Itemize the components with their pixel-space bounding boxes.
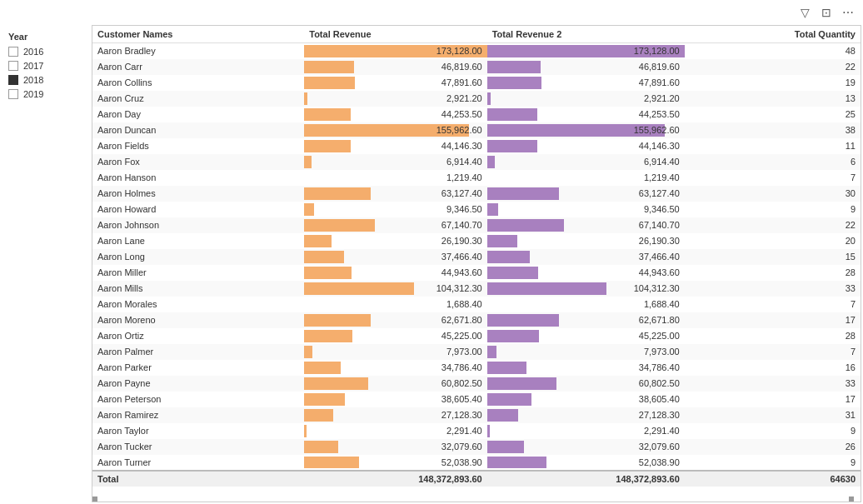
table-row: Aaron Ramirez27,128.3027,128.3031 <box>92 407 861 423</box>
layout-icon[interactable]: ⊡ <box>818 4 835 21</box>
customer-name: Aaron Hanson <box>92 170 304 186</box>
customer-name: Aaron Parker <box>92 360 304 376</box>
table-row: Aaron Payne60,802.5060,802.5033 <box>92 376 861 392</box>
total-quantity-cell: 7 <box>685 170 861 186</box>
total-revenue-cell: 44,253.50 <box>304 107 486 122</box>
col-header-total-quantity: Total Quantity <box>685 26 861 43</box>
table-row: Aaron Moreno62,671.8062,671.8017 <box>92 312 861 328</box>
total-revenue2-cell: 52,038.90 <box>487 455 685 471</box>
total-revenue-cell: 9,346.50 <box>304 202 486 217</box>
customer-name: Aaron Carr <box>92 59 304 75</box>
customer-name: Aaron Lane <box>92 233 304 249</box>
total-revenue2-cell: 32,079.60 <box>487 439 685 455</box>
total-quantity-cell: 48 <box>685 43 861 59</box>
total-quantity-cell: 17 <box>685 392 861 407</box>
table-row: Aaron Morales1,688.401,688.407 <box>92 297 861 312</box>
total-quantity-cell: 9 <box>685 423 861 439</box>
total-quantity-cell: 30 <box>685 186 861 202</box>
table-row: Aaron Johnson67,140.7067,140.7022 <box>92 217 861 233</box>
checkbox-2019[interactable] <box>8 89 18 99</box>
footer-label: Total <box>92 471 304 487</box>
col-header-total-revenue: Total Revenue <box>304 26 486 43</box>
total-quantity-cell: 7 <box>685 297 861 312</box>
table-row: Aaron Ortiz45,225.0045,225.0028 <box>92 328 861 344</box>
customer-name: Aaron Cruz <box>92 91 304 107</box>
total-revenue2-cell: 26,190.30 <box>487 233 685 249</box>
total-quantity-cell: 31 <box>685 407 861 423</box>
table-row: Aaron Tucker32,079.6032,079.6026 <box>92 439 861 455</box>
total-quantity-cell: 33 <box>685 376 861 392</box>
total-revenue-cell: 32,079.60 <box>304 439 486 455</box>
customer-name: Aaron Holmes <box>92 186 304 202</box>
table-row: Aaron Bradley173,128.00173,128.0048 <box>92 43 861 59</box>
year-label-2018: 2018 <box>23 75 43 85</box>
footer-qty: 64630 <box>685 471 861 487</box>
content-area: Year 2016201720182019 Customer NamesTota… <box>0 25 863 504</box>
total-revenue-cell: 7,973.00 <box>304 344 486 360</box>
total-quantity-cell: 26 <box>685 439 861 455</box>
footer-revenue2: 148,372,893.60 <box>487 471 685 487</box>
customer-name: Aaron Fox <box>92 154 304 170</box>
table-wrapper[interactable]: Customer NamesTotal RevenueTotal Revenue… <box>92 26 861 502</box>
total-revenue2-cell: 2,921.20 <box>487 91 685 107</box>
total-quantity-cell: 13 <box>685 91 861 107</box>
total-revenue2-cell: 1,688.40 <box>487 297 685 312</box>
table-row: Aaron Cruz2,921.202,921.2013 <box>92 91 861 107</box>
total-revenue-cell: 37,466.40 <box>304 249 486 265</box>
total-revenue2-cell: 104,312.30 <box>487 281 685 297</box>
sidebar-item-2019[interactable]: 2019 <box>8 89 83 99</box>
total-revenue2-cell: 7,973.00 <box>487 344 685 360</box>
total-revenue-cell: 27,128.30 <box>304 407 486 423</box>
customer-name: Aaron Ramirez <box>92 407 304 423</box>
total-revenue-cell: 2,291.40 <box>304 423 486 439</box>
total-quantity-cell: 16 <box>685 360 861 376</box>
total-quantity-cell: 9 <box>685 455 861 471</box>
table-row: Aaron Holmes63,127.4063,127.4030 <box>92 186 861 202</box>
filter-icon[interactable]: ▽ <box>796 4 813 21</box>
checkbox-2018[interactable] <box>8 75 18 85</box>
table-row: Aaron Lane26,190.3026,190.3020 <box>92 233 861 249</box>
customer-name: Aaron Taylor <box>92 423 304 439</box>
customer-name: Aaron Collins <box>92 75 304 91</box>
table-row: Aaron Long37,466.4037,466.4015 <box>92 249 861 265</box>
customer-name: Aaron Day <box>92 107 304 122</box>
total-revenue2-cell: 173,128.00 <box>487 43 685 59</box>
total-quantity-cell: 25 <box>685 107 861 122</box>
col-header-total-revenue-2: Total Revenue 2 <box>487 26 685 43</box>
total-quantity-cell: 7 <box>685 344 861 360</box>
table-row: Aaron Hanson1,219.401,219.407 <box>92 170 861 186</box>
sidebar-item-2017[interactable]: 2017 <box>8 61 83 71</box>
sidebar: Year 2016201720182019 <box>0 25 92 504</box>
customer-name: Aaron Bradley <box>92 43 304 59</box>
total-revenue-cell: 104,312.30 <box>304 281 486 297</box>
total-revenue2-cell: 34,786.40 <box>487 360 685 376</box>
customer-name: Aaron Howard <box>92 202 304 217</box>
table-row: Aaron Peterson38,605.4038,605.4017 <box>92 392 861 407</box>
checkbox-2016[interactable] <box>8 47 18 57</box>
total-revenue-cell: 34,786.40 <box>304 360 486 376</box>
customer-name: Aaron Morales <box>92 297 304 312</box>
total-quantity-cell: 17 <box>685 312 861 328</box>
main-container: ▽ ⊡ ⋯ Year 2016201720182019 Customer Nam… <box>0 0 863 504</box>
total-revenue-cell: 67,140.70 <box>304 217 486 233</box>
total-revenue2-cell: 44,146.30 <box>487 138 685 154</box>
total-revenue-cell: 44,146.30 <box>304 138 486 154</box>
customer-name: Aaron Johnson <box>92 217 304 233</box>
table-row: Aaron Taylor2,291.402,291.409 <box>92 423 861 439</box>
more-icon[interactable]: ⋯ <box>840 4 856 21</box>
total-quantity-cell: 38 <box>685 122 861 138</box>
total-revenue2-cell: 44,253.50 <box>487 107 685 122</box>
total-revenue-cell: 60,802.50 <box>304 376 486 392</box>
sidebar-item-2018[interactable]: 2018 <box>8 75 83 85</box>
sidebar-item-2016[interactable]: 2016 <box>8 47 83 57</box>
table-row: Aaron Fox6,914.406,914.406 <box>92 154 861 170</box>
table-row: Aaron Day44,253.5044,253.5025 <box>92 107 861 122</box>
checkbox-2017[interactable] <box>8 61 18 71</box>
total-revenue2-cell: 67,140.70 <box>487 217 685 233</box>
table-row: Aaron Miller44,943.6044,943.6028 <box>92 265 861 281</box>
customer-name: Aaron Long <box>92 249 304 265</box>
total-revenue-cell: 155,962.60 <box>304 122 486 138</box>
total-revenue2-cell: 60,802.50 <box>487 376 685 392</box>
table-row: Aaron Palmer7,973.007,973.007 <box>92 344 861 360</box>
total-revenue-cell: 26,190.30 <box>304 233 486 249</box>
